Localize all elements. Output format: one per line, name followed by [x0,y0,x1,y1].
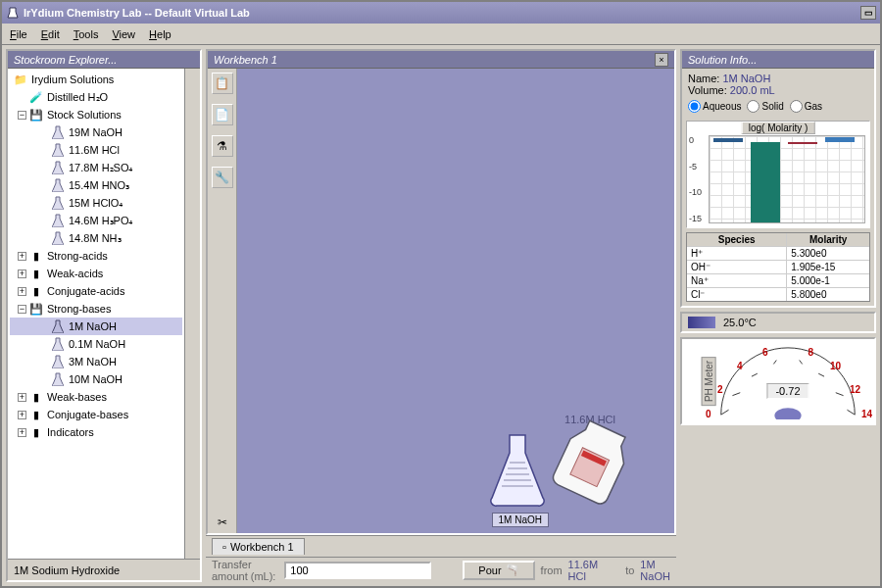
chart-mode-button[interactable]: log( Molarity ) [742,122,815,134]
phase-solid[interactable]: Solid [747,100,783,113]
tree-weak-acids[interactable]: +▮Weak-acids [10,265,182,282]
temperature-panel: 25.0°C [680,312,876,333]
svg-point-10 [774,408,801,419]
tree-item[interactable]: 0.1M NaOH [10,335,182,353]
transfer-amount-input[interactable] [284,562,431,579]
menu-tools[interactable]: Tools [74,28,99,40]
name-label: Name: [688,73,719,84]
expand-icon[interactable]: + [18,393,26,402]
table-row[interactable]: Na⁺5.000e-1 [687,274,869,288]
tool-settings-icon[interactable]: 🔧 [212,167,233,188]
folder-icon: ▮ [29,284,43,298]
maximize-icon[interactable]: ▭ [860,6,876,20]
erlenmeyer-flask[interactable] [488,431,547,510]
tree-root[interactable]: 📁 Irydium Solutions [10,71,182,88]
chart-bar [788,142,817,144]
menu-file[interactable]: File [10,28,27,40]
window-title: IrYdium Chemistry Lab -- Default Virtual… [24,7,250,19]
disk-icon: 💾 [29,302,43,316]
titlebar: IrYdium Chemistry Lab -- Default Virtual… [2,2,880,24]
phase-gas[interactable]: Gas [790,100,822,113]
tool-discard-icon[interactable]: ✂ [212,512,233,533]
tree-item-selected[interactable]: 1M NaOH [10,318,182,335]
chart-yticks: 0-5-10-15 [689,135,707,223]
tree-item[interactable]: 14.6M H₃PO₄ [10,212,182,229]
svg-line-4 [752,373,758,376]
tree-indicators[interactable]: +▮Indicators [10,423,182,441]
tool-copy-icon[interactable]: 📋 [212,73,233,94]
folder-icon: 📁 [14,73,27,86]
menu-edit[interactable]: Edit [41,28,60,40]
chart-bar [713,138,743,142]
pour-button[interactable]: Pour 🫗 [463,561,534,580]
tree-item[interactable]: 19M NaOH [10,123,182,141]
menu-view[interactable]: View [112,28,135,40]
species-header: Species [687,233,787,246]
svg-line-6 [800,361,803,365]
folder-icon: ▮ [29,267,43,280]
table-row[interactable]: OH⁻1.905e-15 [687,261,869,274]
to-label: to [625,564,634,576]
svg-line-9 [847,410,855,415]
tool-glassware-icon[interactable]: ⚗ [212,135,233,157]
table-row[interactable]: Cl⁻5.800e0 [687,288,869,301]
tree-strong-bases[interactable]: −💾Strong-bases [10,300,182,318]
menu-help[interactable]: Help [149,28,172,40]
tree-item[interactable]: 10M NaOH [10,370,182,388]
tree-item[interactable]: 17.8M H₂SO₄ [10,159,182,176]
flask-label: 1M NaOH [492,513,549,527]
tree-item[interactable]: 14.8M NH₃ [10,229,182,247]
svg-line-5 [773,361,776,365]
expand-icon[interactable]: + [18,270,26,278]
molarity-header: Molarity [787,233,869,246]
table-row[interactable]: H⁺5.300e0 [687,247,869,261]
phase-aqueous[interactable]: Aqueous [688,100,741,113]
collapse-icon[interactable]: − [18,305,26,314]
molarity-chart: log( Molarity ) 0-5-10-15 [686,121,870,228]
ph-meter-panel: PH Meter 0 2 4 6 [680,337,876,425]
tree-item[interactable]: 15.4M HNO₃ [10,176,182,194]
transfer-bar: Transfer amount (mL): Pour 🫗 from 11.6M … [206,557,676,582]
stockroom-tree[interactable]: 📁 Irydium Solutions 🧪 Distilled H₂O − 💾 … [8,69,184,559]
flask-icon [51,355,65,368]
stockroom-panel: Stockroom Explorer... 📁 Irydium Solution… [6,49,202,582]
bottle-icon: 🧪 [29,90,43,104]
collapse-icon[interactable]: − [18,111,26,120]
tree-item[interactable]: 3M NaOH [10,353,182,370]
disk-icon: 💾 [29,108,43,122]
workbench-tab[interactable]: ▫ Workbench 1 [212,538,305,555]
from-label: from [541,564,563,576]
tree-weak-bases[interactable]: +▮Weak-bases [10,388,182,406]
tree-item[interactable]: 11.6M HCl [10,141,182,159]
phase-radios: Aqueous Solid Gas [688,100,868,113]
reagent-bottle[interactable] [537,416,645,514]
scrollbar[interactable] [184,69,200,559]
species-table: SpeciesMolarity H⁺5.300e0 OH⁻1.905e-15 N… [686,232,870,302]
tool-paste-icon[interactable]: 📄 [212,104,233,125]
transfer-label: Transfer amount (mL): [212,559,278,582]
flask-icon [51,337,65,351]
tree-conj-acids[interactable]: +▮Conjugate-acids [10,282,182,300]
tree-strong-acids[interactable]: +▮Strong-acids [10,247,182,265]
expand-icon[interactable]: + [18,252,26,261]
flask-icon [51,161,65,174]
menubar: File Edit Tools View Help [2,24,880,45]
folder-icon: ▮ [29,408,43,421]
expand-icon[interactable]: + [18,287,26,296]
tree-distilled[interactable]: 🧪 Distilled H₂O [10,88,182,106]
folder-icon: ▮ [29,390,43,404]
tree-conj-bases[interactable]: +▮Conjugate-bases [10,406,182,423]
expand-icon[interactable]: + [18,411,26,419]
from-value: 11.6M HCl [568,559,601,582]
flask-icon [51,143,65,157]
folder-icon: ▮ [29,425,43,439]
stockroom-status: 1M Sodium Hydroxide [8,559,200,580]
temperature-value: 25.0°C [723,317,757,328]
tree-stock-solutions[interactable]: − 💾 Stock Solutions [10,106,182,123]
workbench-canvas[interactable]: 11.6M HCl [237,69,674,533]
expand-icon[interactable]: + [18,428,26,437]
flask-icon [51,319,65,333]
tree-item[interactable]: 15M HClO₄ [10,194,182,212]
close-icon[interactable]: × [655,53,668,67]
volume-label: Volume: [688,84,727,96]
